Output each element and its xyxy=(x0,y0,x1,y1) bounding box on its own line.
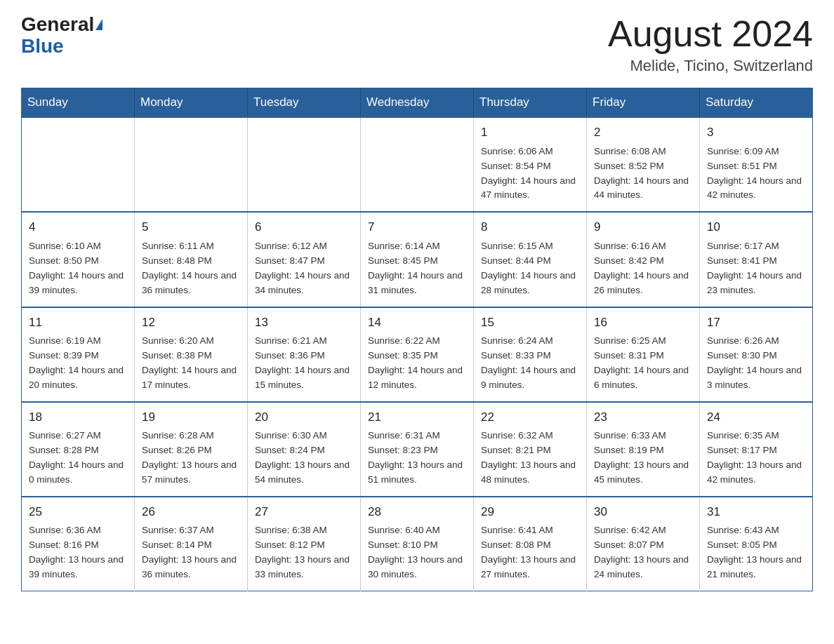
calendar-cell: 24Sunrise: 6:35 AMSunset: 8:17 PMDayligh… xyxy=(700,402,813,497)
day-info: Sunrise: 6:21 AMSunset: 8:36 PMDaylight:… xyxy=(255,334,353,393)
calendar-cell: 26Sunrise: 6:37 AMSunset: 8:14 PMDayligh… xyxy=(135,497,248,591)
day-number: 1 xyxy=(481,123,579,142)
calendar-cell: 20Sunrise: 6:30 AMSunset: 8:24 PMDayligh… xyxy=(248,402,361,497)
day-info: Sunrise: 6:17 AMSunset: 8:41 PMDaylight:… xyxy=(707,239,805,298)
calendar-cell xyxy=(135,117,248,212)
day-number: 11 xyxy=(29,314,127,332)
day-number: 20 xyxy=(255,408,353,427)
day-number: 7 xyxy=(368,218,466,236)
day-number: 23 xyxy=(594,408,692,427)
day-number: 28 xyxy=(368,503,466,521)
calendar-table: SundayMondayTuesdayWednesdayThursdayFrid… xyxy=(21,88,813,591)
day-info: Sunrise: 6:10 AMSunset: 8:50 PMDaylight:… xyxy=(29,239,127,298)
day-info: Sunrise: 6:35 AMSunset: 8:17 PMDaylight:… xyxy=(707,429,805,488)
day-number: 8 xyxy=(481,218,579,236)
day-number: 3 xyxy=(707,123,805,142)
day-info: Sunrise: 6:26 AMSunset: 8:30 PMDaylight:… xyxy=(707,334,805,393)
calendar-week-row: 25Sunrise: 6:36 AMSunset: 8:16 PMDayligh… xyxy=(22,497,813,591)
day-info: Sunrise: 6:19 AMSunset: 8:39 PMDaylight:… xyxy=(29,334,127,393)
day-info: Sunrise: 6:08 AMSunset: 8:52 PMDaylight:… xyxy=(594,145,692,203)
day-info: Sunrise: 6:42 AMSunset: 8:07 PMDaylight:… xyxy=(594,523,692,582)
day-info: Sunrise: 6:24 AMSunset: 8:33 PMDaylight:… xyxy=(481,334,579,393)
day-info: Sunrise: 6:37 AMSunset: 8:14 PMDaylight:… xyxy=(142,523,240,582)
calendar-header-thursday: Thursday xyxy=(474,88,587,118)
calendar-header-tuesday: Tuesday xyxy=(248,88,361,118)
day-info: Sunrise: 6:06 AMSunset: 8:54 PMDaylight:… xyxy=(481,145,579,203)
day-info: Sunrise: 6:38 AMSunset: 8:12 PMDaylight:… xyxy=(255,523,353,582)
calendar-cell: 5Sunrise: 6:11 AMSunset: 8:48 PMDaylight… xyxy=(135,212,248,307)
calendar-cell: 1Sunrise: 6:06 AMSunset: 8:54 PMDaylight… xyxy=(474,117,587,212)
calendar-header-monday: Monday xyxy=(135,88,248,118)
day-number: 6 xyxy=(255,218,353,236)
title-block: August 2024 Melide, Ticino, Switzerland xyxy=(608,14,813,75)
day-number: 31 xyxy=(707,503,805,521)
calendar-week-row: 18Sunrise: 6:27 AMSunset: 8:28 PMDayligh… xyxy=(22,402,813,497)
day-number: 18 xyxy=(29,408,127,427)
day-info: Sunrise: 6:32 AMSunset: 8:21 PMDaylight:… xyxy=(481,429,579,488)
calendar-cell: 28Sunrise: 6:40 AMSunset: 8:10 PMDayligh… xyxy=(361,497,474,591)
day-info: Sunrise: 6:36 AMSunset: 8:16 PMDaylight:… xyxy=(29,523,127,582)
day-number: 26 xyxy=(142,503,240,521)
calendar-week-row: 1Sunrise: 6:06 AMSunset: 8:54 PMDaylight… xyxy=(22,117,813,212)
calendar-cell: 15Sunrise: 6:24 AMSunset: 8:33 PMDayligh… xyxy=(474,307,587,402)
day-info: Sunrise: 6:33 AMSunset: 8:19 PMDaylight:… xyxy=(594,429,692,488)
calendar-cell: 13Sunrise: 6:21 AMSunset: 8:36 PMDayligh… xyxy=(248,307,361,402)
day-number: 27 xyxy=(255,503,353,521)
day-number: 12 xyxy=(142,314,240,332)
day-info: Sunrise: 6:20 AMSunset: 8:38 PMDaylight:… xyxy=(142,334,240,393)
calendar-header-friday: Friday xyxy=(587,88,700,118)
calendar-cell: 3Sunrise: 6:09 AMSunset: 8:51 PMDaylight… xyxy=(700,117,813,212)
day-info: Sunrise: 6:14 AMSunset: 8:45 PMDaylight:… xyxy=(368,239,466,298)
location-subtitle: Melide, Ticino, Switzerland xyxy=(608,57,813,75)
day-info: Sunrise: 6:15 AMSunset: 8:44 PMDaylight:… xyxy=(481,239,579,298)
calendar-header-saturday: Saturday xyxy=(700,88,813,118)
month-title: August 2024 xyxy=(608,14,813,54)
calendar-cell: 9Sunrise: 6:16 AMSunset: 8:42 PMDaylight… xyxy=(587,212,700,307)
day-info: Sunrise: 6:12 AMSunset: 8:47 PMDaylight:… xyxy=(255,239,353,298)
calendar-cell: 21Sunrise: 6:31 AMSunset: 8:23 PMDayligh… xyxy=(361,402,474,497)
day-info: Sunrise: 6:31 AMSunset: 8:23 PMDaylight:… xyxy=(368,429,466,488)
day-info: Sunrise: 6:27 AMSunset: 8:28 PMDaylight:… xyxy=(29,429,127,488)
day-info: Sunrise: 6:40 AMSunset: 8:10 PMDaylight:… xyxy=(368,523,466,582)
day-number: 2 xyxy=(594,123,692,142)
day-info: Sunrise: 6:09 AMSunset: 8:51 PMDaylight:… xyxy=(707,145,805,203)
day-number: 21 xyxy=(368,408,466,427)
day-info: Sunrise: 6:16 AMSunset: 8:42 PMDaylight:… xyxy=(594,239,692,298)
calendar-cell: 6Sunrise: 6:12 AMSunset: 8:47 PMDaylight… xyxy=(248,212,361,307)
day-number: 15 xyxy=(481,314,579,332)
calendar-cell xyxy=(248,117,361,212)
calendar-cell: 30Sunrise: 6:42 AMSunset: 8:07 PMDayligh… xyxy=(587,497,700,591)
calendar-cell: 31Sunrise: 6:43 AMSunset: 8:05 PMDayligh… xyxy=(700,497,813,591)
calendar-cell: 10Sunrise: 6:17 AMSunset: 8:41 PMDayligh… xyxy=(700,212,813,307)
logo-general-text: General xyxy=(21,14,94,36)
day-number: 14 xyxy=(368,314,466,332)
calendar-week-row: 4Sunrise: 6:10 AMSunset: 8:50 PMDaylight… xyxy=(22,212,813,307)
calendar-cell: 11Sunrise: 6:19 AMSunset: 8:39 PMDayligh… xyxy=(22,307,135,402)
calendar-cell: 19Sunrise: 6:28 AMSunset: 8:26 PMDayligh… xyxy=(135,402,248,497)
day-number: 16 xyxy=(594,314,692,332)
logo: General Blue xyxy=(21,14,102,58)
day-number: 29 xyxy=(481,503,579,521)
calendar-cell: 4Sunrise: 6:10 AMSunset: 8:50 PMDaylight… xyxy=(22,212,135,307)
calendar-cell: 18Sunrise: 6:27 AMSunset: 8:28 PMDayligh… xyxy=(22,402,135,497)
calendar-cell: 17Sunrise: 6:26 AMSunset: 8:30 PMDayligh… xyxy=(700,307,813,402)
day-number: 25 xyxy=(29,503,127,521)
calendar-cell: 29Sunrise: 6:41 AMSunset: 8:08 PMDayligh… xyxy=(474,497,587,591)
calendar-cell: 23Sunrise: 6:33 AMSunset: 8:19 PMDayligh… xyxy=(587,402,700,497)
day-info: Sunrise: 6:28 AMSunset: 8:26 PMDaylight:… xyxy=(142,429,240,488)
calendar-cell: 22Sunrise: 6:32 AMSunset: 8:21 PMDayligh… xyxy=(474,402,587,497)
day-info: Sunrise: 6:22 AMSunset: 8:35 PMDaylight:… xyxy=(368,334,466,393)
day-info: Sunrise: 6:25 AMSunset: 8:31 PMDaylight:… xyxy=(594,334,692,393)
calendar-cell: 12Sunrise: 6:20 AMSunset: 8:38 PMDayligh… xyxy=(135,307,248,402)
logo-triangle-icon xyxy=(95,19,102,30)
calendar-cell: 7Sunrise: 6:14 AMSunset: 8:45 PMDaylight… xyxy=(361,212,474,307)
day-number: 19 xyxy=(142,408,240,427)
day-number: 30 xyxy=(594,503,692,521)
logo-blue-text: Blue xyxy=(21,36,64,58)
calendar-cell: 16Sunrise: 6:25 AMSunset: 8:31 PMDayligh… xyxy=(587,307,700,402)
day-number: 5 xyxy=(142,218,240,236)
calendar-cell: 14Sunrise: 6:22 AMSunset: 8:35 PMDayligh… xyxy=(361,307,474,402)
day-number: 13 xyxy=(255,314,353,332)
day-info: Sunrise: 6:43 AMSunset: 8:05 PMDaylight:… xyxy=(707,523,805,582)
calendar-cell: 8Sunrise: 6:15 AMSunset: 8:44 PMDaylight… xyxy=(474,212,587,307)
